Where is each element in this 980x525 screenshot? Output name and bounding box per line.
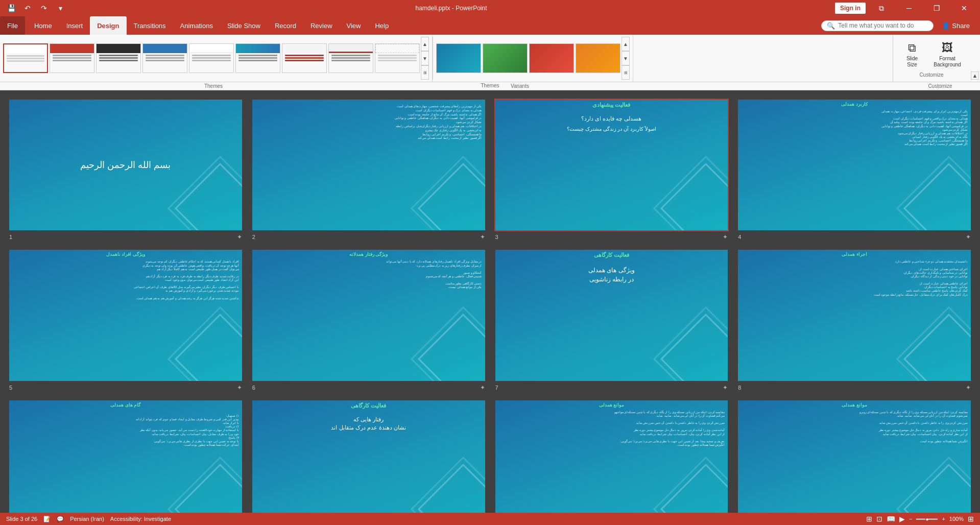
themes-scroll-down[interactable]: ▼ — [421, 51, 429, 65]
slide-10-thumb[interactable]: فعالیت کارگاهی رفتار هایی کهنشان دهندهٔ … — [251, 399, 486, 513]
slide-item: ویژگی رفتار همدلانه در مقابل ویژگی افراد… — [251, 249, 486, 391]
slide-7-thumb[interactable]: فعالیت کارگاهی ویژگی های همدلیدر رابطه ز… — [494, 249, 729, 381]
restore-from-taskbar-button[interactable]: ⧉ — [870, 0, 893, 16]
variant-2[interactable] — [483, 43, 528, 73]
ribbon-area: ▲ ▼ ⊞ Themes ▲ ▼ ⊞ — [0, 35, 980, 90]
slide-sorter-button[interactable]: ⊡ — [876, 515, 882, 523]
themes-group-label: Themes — [4, 83, 423, 89]
variant-3[interactable] — [529, 43, 574, 73]
slide-6-thumb[interactable]: ویژگی رفتار همدلانه در مقابل ویژگی افراد… — [251, 249, 486, 381]
notes-icon[interactable]: 📝 — [43, 516, 51, 522]
variants-group: ▲ ▼ ⊞ — [433, 35, 633, 82]
zoom-in-button[interactable]: + — [942, 516, 945, 522]
bookmark-icon: ✦ — [237, 384, 242, 391]
slide-item: یکی از مهم‌ترین راه‌های پیشرفت شخصی، مها… — [251, 99, 486, 241]
themes-strip — [3, 43, 420, 73]
collapse-ribbon-button[interactable]: ▲ — [971, 71, 979, 80]
tab-insert[interactable]: Insert — [59, 16, 90, 35]
bookmark-icon: ✦ — [723, 233, 728, 241]
comment-icon[interactable]: 💬 — [57, 516, 64, 522]
theme-4[interactable] — [142, 43, 187, 73]
redo-button[interactable]: ↷ — [37, 1, 51, 15]
tab-review[interactable]: Review — [303, 16, 340, 35]
slide-9-thumb[interactable]: گام های همدلی ۱) تسهیل: بپذیر این قدر کم… — [8, 399, 243, 513]
slide-12-thumb[interactable]: موانع همدلی مقایسه کردن: اینکه من ارزیاب… — [737, 399, 972, 513]
tab-record[interactable]: Record — [268, 16, 303, 35]
slide-item: فعالیت پیشنهادی هسدلی چه فایده ای دارد؟ … — [494, 99, 729, 241]
variants-scroll-down[interactable]: ▼ — [622, 51, 630, 65]
slide-2-thumb[interactable]: یکی از مهم‌ترین راه‌های پیشرفت شخصی، مها… — [251, 99, 486, 231]
zoom-slider[interactable]: ━━━●━━━ — [916, 516, 938, 522]
slide-count: Slide 3 of 26 — [6, 516, 37, 522]
slide-1-thumb[interactable]: بسم الله الرحمن الرحیم — [8, 99, 243, 231]
slide-item: گام های همدلی ۱) تسهیل: بپذیر این قدر کم… — [8, 399, 243, 513]
customize-label: Customize — [919, 72, 943, 78]
tab-file[interactable]: File — [0, 16, 25, 35]
variant-1[interactable] — [436, 43, 481, 73]
tab-design[interactable]: Design — [90, 16, 126, 35]
slide-11-thumb[interactable]: موانع همدلی مقایسه کردن: اینکه من ارزیاب… — [494, 399, 729, 513]
theme-1[interactable] — [3, 43, 48, 73]
save-button[interactable]: 💾 — [4, 1, 18, 15]
slide-item: بسم الله الرحمن الرحیم 1 ✦ — [8, 99, 243, 241]
tab-transitions[interactable]: Transitions — [127, 16, 173, 35]
minimize-button[interactable]: ─ — [897, 0, 921, 16]
bookmark-icon: ✦ — [237, 233, 242, 241]
slide-3-thumb[interactable]: فعالیت پیشنهادی هسدلی چه فایده ای دارد؟ … — [494, 99, 729, 231]
main-area: بسم الله الرحمن الرحیم 1 ✦ یکی از مهم‌تر… — [0, 90, 980, 513]
tab-animations[interactable]: Animations — [173, 16, 220, 35]
themes-group: ▲ ▼ ⊞ Themes — [0, 35, 433, 82]
themes-more[interactable]: ⊞ — [421, 65, 429, 80]
window-title: hamdeli.pptx - PowerPoint — [67, 5, 835, 12]
bookmark-icon: ✦ — [723, 384, 728, 391]
zoom-out-button[interactable]: − — [909, 516, 912, 522]
variants-more[interactable]: ⊞ — [622, 65, 630, 80]
theme-7[interactable] — [282, 43, 327, 73]
format-bg-icon: 🖼 — [942, 41, 953, 55]
reading-view-button[interactable]: 📖 — [887, 515, 895, 523]
slide-5-thumb[interactable]: ویژگی افراد ناهمدل افراد با همدل کسانی ه… — [8, 249, 243, 381]
zoom-level: 100% — [949, 516, 964, 522]
tab-slideshow[interactable]: Slide Show — [220, 16, 268, 35]
share-button[interactable]: 👤 Share — [938, 20, 974, 32]
normal-view-button[interactable]: ⊞ — [866, 515, 872, 523]
statusbar-left: Slide 3 of 26 📝 💬 Persian (Iran) Accessi… — [6, 516, 171, 522]
tab-help[interactable]: Help — [368, 16, 396, 35]
slide-8-thumb[interactable]: اجراء همدلی دانشمندان معتقدند همدلی دو ج… — [737, 249, 972, 381]
theme-9[interactable] — [375, 43, 420, 73]
customize-buttons: ⧉ SlideSize 🖼 FormatBackground — [897, 39, 966, 70]
theme-2[interactable] — [50, 43, 94, 73]
tell-me-input[interactable] — [838, 22, 928, 29]
tab-view[interactable]: View — [340, 16, 368, 35]
maximize-button[interactable]: ❐ — [925, 0, 948, 16]
quick-access-toolbar: 💾 ↶ ↷ ▾ — [4, 1, 67, 15]
statusbar-right: ⊞ ⊡ 📖 ▶ − ━━━●━━━ + 100% ⊞ — [866, 515, 974, 523]
theme-3[interactable] — [96, 43, 141, 73]
theme-8[interactable] — [328, 43, 373, 73]
slide-4-thumb[interactable]: کاربرد همدلی یکی از مهم‌ترین ابزار برای … — [737, 99, 972, 231]
variants-scroll-buttons: ▲ ▼ ⊞ — [622, 37, 630, 80]
themes-label: Themes — [481, 83, 499, 88]
bookmark-icon: ✦ — [480, 384, 485, 391]
signin-button[interactable]: Sign in — [835, 3, 866, 14]
slide-size-button[interactable]: ⧉ SlideSize — [897, 39, 927, 70]
format-background-button[interactable]: 🖼 FormatBackground — [929, 39, 966, 70]
theme-5[interactable] — [189, 43, 234, 73]
customize-qa-button[interactable]: ▾ — [53, 1, 67, 15]
themes-scroll-up[interactable]: ▲ — [421, 37, 429, 51]
theme-6[interactable] — [235, 43, 280, 73]
variant-4[interactable] — [576, 43, 620, 73]
close-button[interactable]: ✕ — [952, 0, 976, 16]
tab-home[interactable]: Home — [27, 16, 59, 35]
variants-scroll-up[interactable]: ▲ — [622, 37, 630, 51]
bookmark-icon: ✦ — [480, 233, 485, 241]
ribbon-collapse-area: ▲ — [970, 35, 980, 82]
fit-slide-button[interactable]: ⊞ — [968, 515, 974, 523]
slide-item: کاربرد همدلی یکی از مهم‌ترین ابزار برای … — [737, 99, 972, 241]
accessibility-indicator[interactable]: Accessibility: Investigate — [110, 516, 171, 522]
slide-panel[interactable]: بسم الله الرحمن الرحیم 1 ✦ یکی از مهم‌تر… — [0, 90, 980, 513]
statusbar: Slide 3 of 26 📝 💬 Persian (Iran) Accessi… — [0, 513, 980, 525]
ribbon-spacer — [633, 35, 893, 82]
presenter-view-button[interactable]: ▶ — [899, 515, 905, 523]
undo-button[interactable]: ↶ — [20, 1, 35, 15]
